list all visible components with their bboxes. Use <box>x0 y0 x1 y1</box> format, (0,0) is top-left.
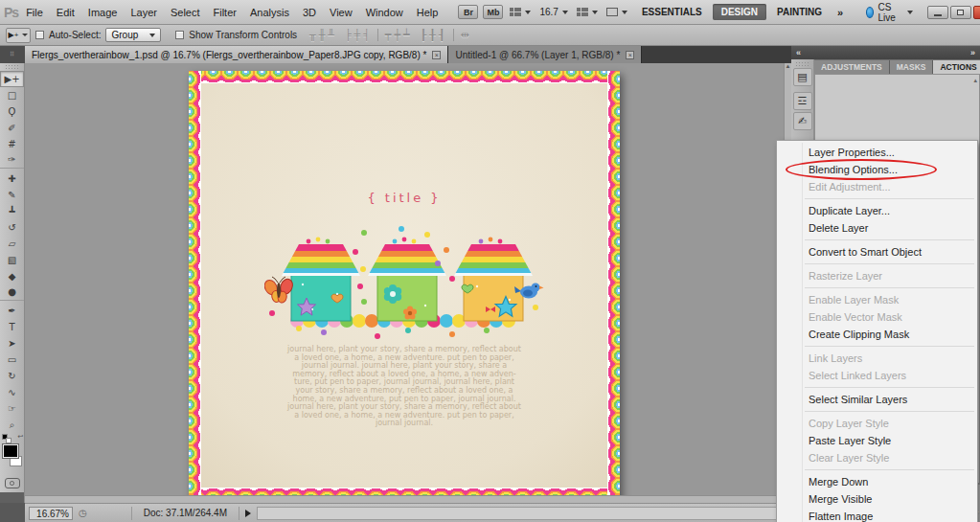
quick-mask-button[interactable] <box>5 478 20 488</box>
menu-item[interactable]: File <box>19 4 50 21</box>
context-menu-item[interactable]: Flatten Image <box>778 508 976 522</box>
arrange-documents-button[interactable] <box>573 8 602 16</box>
context-menu-item[interactable]: Rasterize Layer <box>778 267 976 284</box>
panel-strip-grip[interactable] <box>795 61 809 66</box>
align-top-edges-icon[interactable]: ╥ <box>309 29 316 41</box>
panel-tab[interactable]: ACTIONS <box>933 60 980 74</box>
menu-item[interactable]: Filter <box>207 4 243 21</box>
align-vertical-centers-icon[interactable]: ╫ <box>319 29 326 41</box>
quick-selection-tool[interactable]: ✐ <box>0 120 24 136</box>
rectangle-tool[interactable]: ▭ <box>0 352 24 368</box>
minimize-button[interactable] <box>927 6 948 19</box>
crop-tool[interactable]: # <box>0 136 24 152</box>
path-selection-tool[interactable]: ➤ <box>0 335 24 352</box>
align-left-edges-icon[interactable]: ╞ <box>345 29 352 41</box>
context-menu-item[interactable]: Select Similar Layers <box>778 391 976 408</box>
document-tab[interactable]: Flergs_overtherainbow_1.psd @ 16.7% (Fle… <box>25 46 448 63</box>
restore-button[interactable] <box>950 6 971 19</box>
status-options-arrow-icon[interactable] <box>245 510 251 517</box>
pen-tool[interactable]: ✒ <box>0 303 24 319</box>
blur-tool[interactable]: ◆ <box>0 268 24 284</box>
collapse-panels-icon[interactable]: « <box>796 48 801 57</box>
menu-item[interactable]: Window <box>359 4 410 21</box>
context-menu-item[interactable]: Delete Layer <box>778 219 976 237</box>
distribute-left-edges-icon[interactable]: ┠ <box>421 29 427 41</box>
foreground-color-swatch[interactable] <box>3 444 18 458</box>
screen-mode-button[interactable] <box>603 8 631 16</box>
canvas-area[interactable]: { title } <box>25 63 791 503</box>
menu-item[interactable]: Image <box>81 4 125 21</box>
type-tool[interactable]: T <box>0 319 24 335</box>
scrapbook-document[interactable]: { title } <box>189 71 620 500</box>
move-tool[interactable]: ▶+ <box>0 71 24 87</box>
distribute-bottom-edges-icon[interactable]: ┷ <box>403 29 410 41</box>
default-colors-icon[interactable] <box>6 438 11 443</box>
close-tab-icon[interactable]: × <box>432 51 441 59</box>
context-menu-item[interactable]: Select Linked Layers <box>778 367 976 384</box>
panel-scroll-up-icon[interactable]: ▴ <box>973 77 977 84</box>
menu-item[interactable]: View <box>323 4 359 21</box>
3d-rotate-tool[interactable]: ↻ <box>0 368 24 384</box>
distribute-horizontal-centers-icon[interactable]: ╂ <box>429 29 436 41</box>
3d-orbit-tool[interactable]: ∿ <box>0 384 24 400</box>
workspace-button[interactable]: DESIGN <box>713 4 766 20</box>
menu-item[interactable]: Analysis <box>243 4 296 21</box>
menu-item[interactable]: Edit <box>50 4 81 21</box>
context-menu-item[interactable]: Paste Layer Style <box>778 432 976 449</box>
dodge-tool[interactable]: ● <box>0 284 24 301</box>
auto-select-checkbox[interactable] <box>35 31 44 39</box>
clone-stamp-tool[interactable]: ┻ <box>0 203 24 219</box>
brush-tool[interactable]: ✎ <box>0 187 24 203</box>
show-transform-checkbox[interactable] <box>175 31 184 39</box>
bridge-button[interactable]: Br <box>458 5 478 19</box>
zoom-tool[interactable]: ⌕ <box>0 417 24 433</box>
auto-align-layers-icon[interactable]: ⇹ <box>461 29 469 41</box>
distribute-vertical-centers-icon[interactable]: ┿ <box>394 29 400 41</box>
close-button[interactable]: ✕ <box>973 6 980 19</box>
workspace-button[interactable]: ESSENTIALS <box>633 4 711 20</box>
auto-select-dropdown[interactable]: Group <box>105 28 161 42</box>
rectangular-marquee-tool[interactable]: □ <box>0 87 24 103</box>
zoom-level-control[interactable]: 16.7 <box>536 7 571 17</box>
menu-item[interactable]: Select <box>164 4 207 21</box>
close-tab-icon[interactable]: × <box>626 51 634 59</box>
context-menu-item[interactable]: Layer Properties... <box>778 144 976 161</box>
lasso-tool[interactable]: Ϙ <box>0 103 24 120</box>
panel-tab[interactable]: MASKS <box>890 60 934 74</box>
context-menu-item[interactable]: Merge Down <box>778 473 976 490</box>
distribute-top-edges-icon[interactable]: ┯ <box>385 29 392 41</box>
history-panel-icon[interactable]: ▤ <box>793 68 812 86</box>
current-tool-preset[interactable]: ▶+ <box>6 28 31 43</box>
menu-item[interactable]: 3D <box>296 4 323 21</box>
context-menu-item[interactable]: Edit Adjustment... <box>778 178 976 195</box>
context-menu-item[interactable]: Clear Layer Style <box>778 449 976 466</box>
canvas-horizontal-scrollbar[interactable] <box>25 495 784 503</box>
workspace-button[interactable]: PAINTING <box>768 4 831 20</box>
context-menu-item[interactable]: Duplicate Layer... <box>778 202 976 219</box>
context-menu-item[interactable]: Link Layers <box>778 350 976 367</box>
status-zoom-field[interactable]: 16.67% <box>29 507 73 520</box>
document-tab[interactable]: Untitled-1 @ 66.7% (Layer 1, RGB/8) * × <box>448 46 642 63</box>
menu-item[interactable]: Help <box>410 4 445 21</box>
distribute-right-edges-icon[interactable]: ┨ <box>439 29 454 41</box>
context-menu-item[interactable]: Enable Layer Mask <box>778 291 976 308</box>
gradient-tool[interactable]: ▧ <box>0 252 24 268</box>
eyedropper-tool[interactable]: ✑ <box>0 152 24 169</box>
hand-tool[interactable]: ☞ <box>0 400 24 417</box>
align-right-edges-icon[interactable]: ╡ <box>363 29 378 41</box>
eraser-tool[interactable]: ▱ <box>0 236 24 252</box>
more-workspaces-button[interactable]: » <box>832 7 849 18</box>
view-extras-button[interactable] <box>506 8 535 16</box>
brush-panel-icon[interactable]: ☲ <box>793 92 812 110</box>
spot-healing-brush-tool[interactable]: ✚ <box>0 170 24 187</box>
tool-presets-panel-icon[interactable]: ✍ <box>793 112 812 130</box>
cs-live-button[interactable]: CS Live <box>860 2 918 23</box>
context-menu-item[interactable]: Convert to Smart Object <box>778 243 976 261</box>
mini-bridge-button[interactable]: Mb <box>483 5 503 19</box>
swap-colors-icon[interactable]: ↩ <box>17 433 23 441</box>
panel-tab[interactable]: ADJUSTMENTS <box>814 60 890 74</box>
context-menu-item[interactable]: Create Clipping Mask <box>778 326 976 343</box>
align-bottom-edges-icon[interactable]: ╨ <box>328 29 334 41</box>
context-menu-item[interactable]: Enable Vector Mask <box>778 308 976 326</box>
history-brush-tool[interactable]: ↺ <box>0 219 24 236</box>
